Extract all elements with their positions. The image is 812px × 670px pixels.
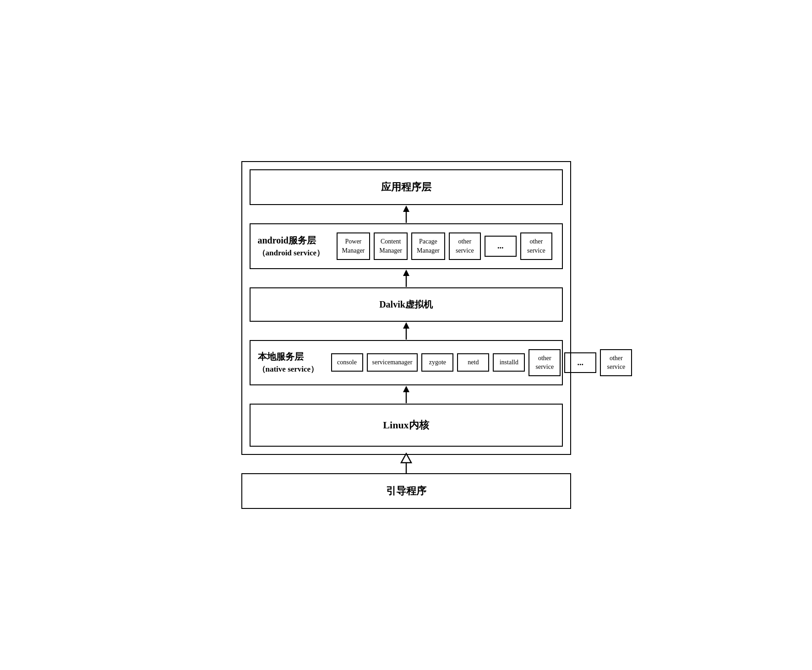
arrow-linux-to-bootloader xyxy=(241,455,571,473)
arrow-native-to-linux xyxy=(250,385,563,404)
bootloader-label: 引导程序 xyxy=(386,485,426,497)
outer-wrapper: 应用程序层 android服务层 （android service） Power… xyxy=(241,161,571,454)
svg-marker-7 xyxy=(403,386,409,392)
native-service-title-cn: 本地服务层 xyxy=(258,350,327,363)
service-other-1: otherservice xyxy=(449,232,481,259)
dalvik-label: Dalvik虚拟机 xyxy=(379,299,433,309)
layer-bootloader: 引导程序 xyxy=(241,473,571,509)
service-native-other-1: otherservice xyxy=(529,349,561,376)
diagram-container: 应用程序层 android服务层 （android service） Power… xyxy=(232,152,580,518)
svg-marker-1 xyxy=(403,205,409,212)
service-dots-1: ... xyxy=(485,236,517,256)
android-service-title: android服务层 （android service） xyxy=(258,233,331,259)
layer-linux: Linux内核 xyxy=(250,404,563,447)
native-services-row: console servicemanager zygote netd insta… xyxy=(331,349,632,376)
layer-app: 应用程序层 xyxy=(250,169,563,205)
service-console: console xyxy=(331,353,363,372)
arrow-android-to-dalvik xyxy=(250,269,563,287)
native-service-title-en: （native service） xyxy=(258,363,327,375)
arrow-app-to-android xyxy=(250,205,563,223)
svg-marker-3 xyxy=(403,270,409,276)
layer-dalvik: Dalvik虚拟机 xyxy=(250,287,563,322)
service-dots-2: ... xyxy=(564,352,596,373)
service-power-manager: PowerManager xyxy=(337,232,371,259)
svg-marker-9 xyxy=(401,454,411,463)
android-service-title-cn: android服务层 xyxy=(258,233,331,247)
service-installd: installd xyxy=(493,353,525,372)
linux-label: Linux内核 xyxy=(383,419,429,431)
service-native-other-2: otherservice xyxy=(600,349,632,376)
android-services-row: PowerManager ContentManager PacageManage… xyxy=(337,232,552,259)
arrow-dalvik-to-native xyxy=(250,322,563,340)
service-netd: netd xyxy=(457,353,489,372)
android-service-title-en: （android service） xyxy=(258,247,331,259)
service-content-manager: ContentManager xyxy=(374,232,408,259)
service-zygote: zygote xyxy=(421,353,453,372)
native-service-title: 本地服务层 （native service） xyxy=(258,350,327,375)
layer-native-service: 本地服务层 （native service） console servicema… xyxy=(250,340,563,385)
service-package-manager: PacageManager xyxy=(411,232,445,259)
layer-android-service: android服务层 （android service） PowerManage… xyxy=(250,223,563,269)
service-servicemanager: servicemanager xyxy=(367,353,418,372)
service-other-2: otherservice xyxy=(520,232,552,259)
svg-marker-5 xyxy=(403,322,409,329)
app-layer-label: 应用程序层 xyxy=(381,181,431,193)
